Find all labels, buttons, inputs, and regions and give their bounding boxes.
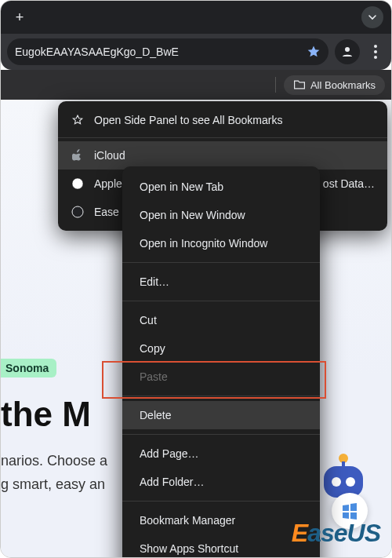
ctx-bookmark-manager[interactable]: Bookmark Manager <box>122 506 320 534</box>
bookmark-item-label: Apple <box>94 177 122 190</box>
ctx-show-apps-shortcut[interactable]: Show Apps Shortcut <box>122 534 320 558</box>
ctx-paste: Paste <box>122 363 320 391</box>
window-dropdown-button[interactable] <box>361 6 383 28</box>
bookmark-item-trail: ost Data… <box>323 177 375 190</box>
context-menu: Open in New Tab Open in New Window Open … <box>122 166 320 558</box>
separator <box>122 396 320 396</box>
separator <box>122 501 320 501</box>
ctx-copy[interactable]: Copy <box>122 334 320 363</box>
open-side-panel-item[interactable]: Open Side Panel to see All Bookmarks <box>58 106 387 134</box>
url-text: EugokEAAYASAAEgKgo_D_BwE <box>15 46 179 58</box>
svg-point-3 <box>346 477 355 487</box>
ctx-open-new-tab[interactable]: Open in New Tab <box>122 173 320 201</box>
bookmark-folder-icloud[interactable]: iCloud <box>58 141 387 170</box>
svg-point-0 <box>345 47 350 52</box>
svg-rect-1 <box>324 466 363 498</box>
ctx-edit[interactable]: Edit… <box>122 268 320 296</box>
new-tab-button[interactable]: + <box>9 6 31 28</box>
separator <box>122 301 320 301</box>
ctx-delete[interactable]: Delete <box>122 401 320 429</box>
globe-icon <box>71 177 85 190</box>
svg-point-8 <box>72 206 83 217</box>
separator <box>122 434 320 435</box>
apple-icon <box>71 149 85 162</box>
chevron-down-icon <box>368 13 377 22</box>
bookmark-item-label: iCloud <box>94 149 125 162</box>
person-icon <box>340 45 354 59</box>
open-side-panel-label: Open Side Panel to see All Bookmarks <box>94 114 282 126</box>
svg-point-2 <box>332 477 341 487</box>
separator <box>275 77 276 93</box>
browser-menu-button[interactable] <box>366 45 385 59</box>
easeus-watermark: EaseUS <box>292 519 380 548</box>
page-subtext-1: narios. Choose a <box>1 453 134 469</box>
separator <box>58 137 387 138</box>
ctx-open-new-window[interactable]: Open in New Window <box>122 201 320 229</box>
folder-icon <box>293 79 306 90</box>
ctx-add-page[interactable]: Add Page… <box>122 439 320 468</box>
bookmark-star-icon[interactable] <box>307 45 321 59</box>
ctx-open-incognito[interactable]: Open in Incognito Window <box>122 229 320 257</box>
favicon-icon <box>71 206 85 218</box>
star-outline-icon <box>71 114 85 126</box>
profile-button[interactable] <box>335 39 360 64</box>
address-bar[interactable]: EugokEAAYASAAEgKgo_D_BwE <box>7 38 328 65</box>
ctx-add-folder[interactable]: Add Folder… <box>122 468 320 496</box>
ctx-cut[interactable]: Cut <box>122 306 320 334</box>
bookmark-item-label: Ease <box>94 206 119 218</box>
all-bookmarks-button[interactable]: All Bookmarks <box>284 75 385 95</box>
svg-rect-5 <box>342 461 345 468</box>
page-headline: the M <box>1 395 91 434</box>
all-bookmarks-label: All Bookmarks <box>310 79 376 91</box>
separator <box>122 262 320 263</box>
sonoma-badge: Sonoma <box>1 359 56 377</box>
